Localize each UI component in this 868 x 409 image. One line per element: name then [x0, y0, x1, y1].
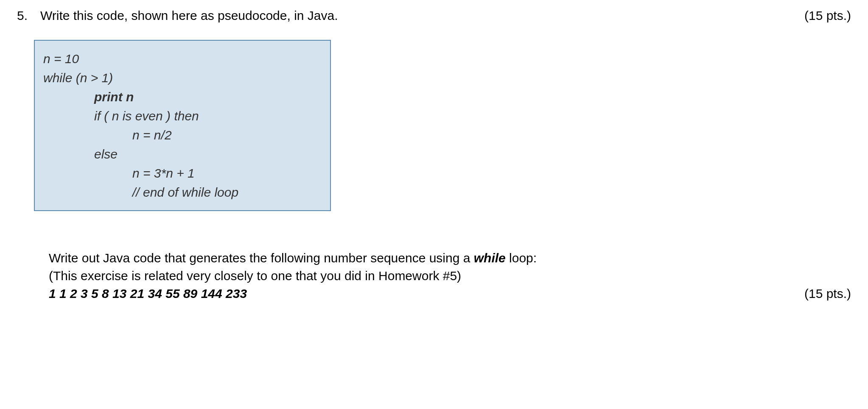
question-points: (15 pts.) — [804, 8, 851, 23]
code-line-3: print n — [43, 87, 317, 106]
code-line-7: n = 3*n + 1 — [43, 164, 317, 183]
question-text: Write this code, shown here as pseudocod… — [40, 8, 338, 23]
code-line-6: else — [43, 145, 317, 164]
question-header: 5. Write this code, shown here as pseudo… — [17, 8, 851, 23]
second-line1-bold: while — [474, 251, 506, 265]
code-line-2: while (n > 1) — [43, 68, 317, 87]
question-number: 5. — [17, 8, 32, 23]
second-line1-pre: Write out Java code that generates the f… — [49, 251, 474, 265]
second-question: Write out Java code that generates the f… — [49, 249, 851, 303]
code-line-4: if ( n is even ) then — [43, 106, 317, 125]
code-line-8: // end of while loop — [43, 183, 317, 202]
second-question-row: 1 1 2 3 5 8 13 21 34 55 89 144 233 (15 p… — [49, 285, 851, 303]
second-line1-post: loop: — [506, 251, 537, 265]
pseudocode-box: n = 10 while (n > 1) print n if ( n is e… — [34, 40, 331, 211]
code-line-5: n = n/2 — [43, 125, 317, 145]
second-question-line2: (This exercise is related very closely t… — [49, 267, 851, 285]
question-number-text: 5. Write this code, shown here as pseudo… — [17, 8, 338, 23]
fibonacci-sequence: 1 1 2 3 5 8 13 21 34 55 89 144 233 — [49, 285, 247, 303]
code-line-1: n = 10 — [43, 49, 317, 68]
second-question-points: (15 pts.) — [804, 285, 851, 303]
second-question-line1: Write out Java code that generates the f… — [49, 249, 851, 267]
